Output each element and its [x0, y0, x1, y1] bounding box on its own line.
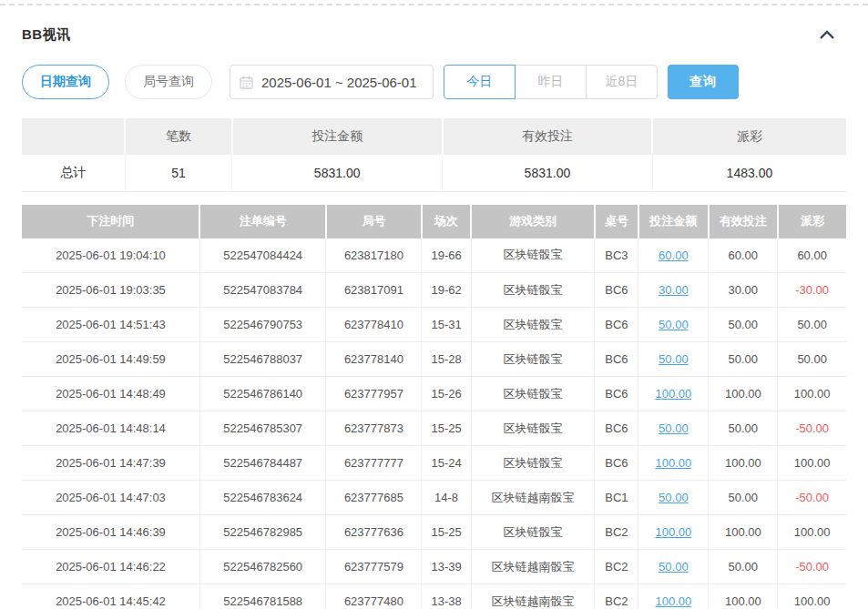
bet-row: 2025-06-01 19:04:10522547084424623817180…	[22, 239, 846, 273]
calendar-icon	[240, 76, 253, 89]
cell-table-no: BC2	[595, 550, 638, 584]
cell-session: 19-66	[422, 239, 471, 273]
range-today-button[interactable]: 今日	[444, 65, 516, 99]
cell-session: 15-24	[422, 446, 471, 481]
cell-table-no: BC6	[595, 308, 638, 342]
cell-round-id: 623817180	[326, 239, 422, 273]
cell-valid-bet: 60.00	[709, 239, 778, 273]
range-yesterday-button[interactable]: 昨日	[515, 65, 587, 99]
cell-bet-amount: 50.00	[638, 411, 709, 446]
cell-game: 区块链骰宝	[471, 446, 595, 481]
cell-bet-amount: 60.00	[638, 239, 709, 273]
cell-time: 2025-06-01 14:49:59	[22, 342, 199, 377]
cell-valid-bet: 30.00	[709, 273, 778, 308]
col-bet-id: 注单编号	[199, 205, 325, 239]
bet-amount-link[interactable]: 100.00	[655, 456, 691, 470]
cell-table-no: BC1	[595, 481, 638, 515]
bet-row: 2025-06-01 14:45:42522546781588623777480…	[22, 584, 846, 609]
summary-total-label: 总计	[22, 155, 125, 191]
summary-table: 笔数 投注金额 有效投注 派彩 总计 51 5831.00 5831.00 14…	[22, 118, 846, 192]
summary-total-valid-bet: 5831.00	[443, 155, 653, 191]
bet-amount-link[interactable]: 50.00	[659, 491, 689, 504]
search-button[interactable]: 查询	[668, 65, 739, 99]
col-game-type: 游戏类别	[471, 205, 595, 239]
page-title: BB视讯	[22, 26, 71, 44]
cell-game: 区块链骰宝	[471, 239, 595, 273]
query-toolbar: 日期查询 局号查询 2025-06-01 ~ 2025-06-01 今日	[22, 65, 846, 99]
cell-round-id: 623777873	[326, 411, 422, 446]
cell-bet-id: 522546781588	[199, 584, 325, 609]
bet-amount-link[interactable]: 100.00	[655, 594, 691, 608]
cell-bet-id: 522546786140	[199, 377, 325, 411]
cell-payout: -30.00	[778, 273, 846, 308]
bet-row: 2025-06-01 14:48:14522546785307623777873…	[22, 411, 846, 446]
bet-amount-link[interactable]: 100.00	[655, 525, 691, 539]
summary-total-count: 51	[125, 155, 232, 191]
col-valid-bet: 有效投注	[709, 205, 778, 239]
cell-session: 15-25	[422, 411, 471, 446]
cell-bet-amount: 50.00	[638, 342, 709, 377]
bets-header-row: 下注时间 注单编号 局号 场次 游戏类别 桌号 投注金额 有效投注 派彩	[22, 205, 846, 239]
cell-game: 区块链骰宝	[471, 411, 595, 446]
cell-valid-bet: 50.00	[709, 342, 778, 377]
cell-valid-bet: 100.00	[709, 446, 778, 481]
cell-bet-id: 522546784487	[199, 446, 325, 481]
cell-session: 15-28	[422, 342, 471, 377]
cell-game: 区块链越南骰宝	[471, 481, 595, 515]
bet-amount-link[interactable]: 50.00	[659, 421, 689, 435]
cell-bet-amount: 50.00	[638, 308, 709, 342]
cell-time: 2025-06-01 14:45:42	[22, 584, 199, 609]
bet-amount-link[interactable]: 50.00	[659, 560, 689, 573]
cell-bet-amount: 50.00	[638, 550, 709, 584]
summary-col-count: 笔数	[125, 118, 232, 155]
cell-time: 2025-06-01 14:46:39	[22, 515, 199, 550]
date-range-input[interactable]: 2025-06-01 ~ 2025-06-01	[230, 65, 434, 99]
cell-session: 13-39	[422, 550, 471, 584]
bet-amount-link[interactable]: 100.00	[655, 387, 691, 401]
cell-bet-id: 522546785307	[199, 411, 325, 446]
cell-game: 区块链越南骰宝	[471, 550, 595, 584]
bet-amount-link[interactable]: 50.00	[659, 352, 689, 366]
col-payout: 派彩	[778, 205, 846, 239]
bets-table: 下注时间 注单编号 局号 场次 游戏类别 桌号 投注金额 有效投注 派彩 202…	[22, 205, 846, 609]
cell-bet-amount: 100.00	[638, 515, 709, 550]
bet-row: 2025-06-01 14:51:43522546790753623778410…	[22, 308, 846, 342]
cell-bet-id: 522546782560	[199, 550, 325, 584]
tab-date-query[interactable]: 日期查询	[22, 65, 109, 99]
date-range-value: 2025-06-01 ~ 2025-06-01	[261, 75, 417, 90]
cell-time: 2025-06-01 14:47:03	[22, 481, 199, 515]
cell-game: 区块链骰宝	[471, 342, 595, 377]
cell-round-id: 623777636	[326, 515, 422, 550]
col-round-id: 局号	[326, 205, 422, 239]
tab-round-query[interactable]: 局号查询	[125, 65, 212, 99]
col-session: 场次	[422, 205, 471, 239]
cell-payout: 100.00	[778, 515, 846, 550]
cell-table-no: BC6	[595, 411, 638, 446]
cell-valid-bet: 50.00	[709, 481, 778, 515]
cell-round-id: 623777685	[326, 481, 422, 515]
bet-amount-link[interactable]: 30.00	[659, 283, 689, 297]
cell-valid-bet: 100.00	[709, 584, 778, 609]
cell-valid-bet: 100.00	[709, 377, 778, 411]
range-last8days-button[interactable]: 近8日	[586, 65, 658, 99]
bet-amount-link[interactable]: 50.00	[659, 318, 689, 331]
bet-row: 2025-06-01 19:03:35522547083784623817091…	[22, 273, 846, 308]
cell-bet-id: 522546788037	[199, 342, 325, 377]
cell-time: 2025-06-01 14:46:22	[22, 550, 199, 584]
cell-time: 2025-06-01 14:51:43	[22, 308, 199, 342]
bet-row: 2025-06-01 14:47:39522546784487623777777…	[22, 446, 846, 481]
cell-time: 2025-06-01 14:48:49	[22, 377, 199, 411]
cell-bet-amount: 100.00	[638, 377, 709, 411]
top-dashed-divider	[0, 4, 868, 5]
bet-row: 2025-06-01 14:46:22522546782560623777579…	[22, 550, 846, 584]
cell-session: 14-8	[422, 481, 471, 515]
cell-round-id: 623777480	[326, 584, 422, 609]
collapse-panel-button[interactable]	[815, 25, 839, 44]
cell-time: 2025-06-01 19:03:35	[22, 273, 199, 308]
bet-row: 2025-06-01 14:49:59522546788037623778140…	[22, 342, 846, 377]
cell-round-id: 623777957	[326, 377, 422, 411]
cell-bet-amount: 50.00	[638, 481, 709, 515]
cell-session: 19-62	[422, 273, 471, 308]
bet-amount-link[interactable]: 60.00	[659, 249, 689, 262]
bet-row: 2025-06-01 14:47:03522546783624623777685…	[22, 481, 846, 515]
